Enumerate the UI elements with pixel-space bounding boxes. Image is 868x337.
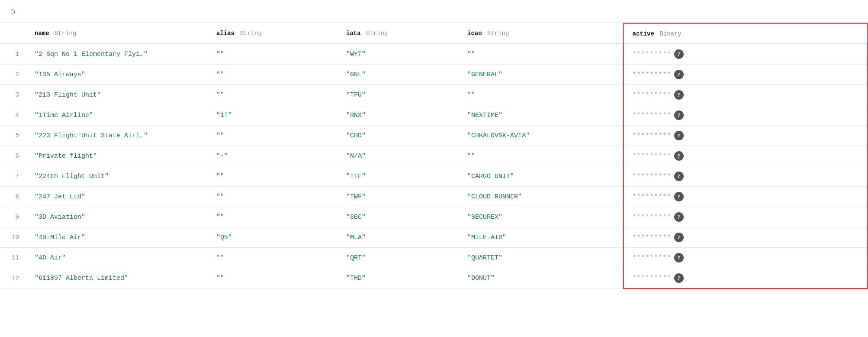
col-header-icao: icao String [459, 24, 623, 44]
cell-active: *********? [623, 166, 868, 187]
table-row[interactable]: 8"247 Jet Ltd""""TWF""CLOUD RUNNER"*****… [0, 187, 868, 207]
cell-alias: "-" [208, 146, 338, 166]
cell-alias: "" [208, 207, 338, 227]
info-icon[interactable]: ? [674, 110, 684, 120]
cell-active: *********? [623, 146, 868, 166]
cell-icao: "DONUT" [459, 268, 623, 289]
table-row[interactable]: 4"1Time Airline""1T""RNX""NEXTIME"******… [0, 105, 868, 126]
active-value: ********* [633, 234, 672, 241]
active-value: ********* [633, 132, 672, 139]
active-value: ********* [633, 91, 672, 99]
cell-name: "Private flight" [26, 146, 208, 166]
table-row[interactable]: 5"223 Flight Unit State Airl…""""CHD""CH… [0, 126, 868, 146]
cell-icao: "CARGO UNIT" [459, 166, 623, 187]
cell-alias: "" [208, 248, 338, 268]
cell-alias: "" [208, 126, 338, 146]
cell-alias: "1T" [208, 105, 338, 126]
info-icon[interactable]: ? [674, 172, 684, 181]
cell-icao: "GENERAL" [459, 65, 623, 85]
cell-name: "1Time Airline" [26, 105, 208, 126]
cell-iata: "MLA" [338, 227, 459, 248]
cell-icao: "CLOUD RUNNER" [459, 187, 623, 207]
cell-alias: "" [208, 85, 338, 105]
cell-name: "3D Aviation" [26, 207, 208, 227]
info-icon[interactable]: ? [674, 273, 684, 283]
cell-active: *********? [623, 65, 868, 85]
table-body: 1"2 Sqn No 1 Elementary Flyi…""""WYT"""*… [0, 44, 868, 289]
table-row[interactable]: 10"40-Mile Air""Q5""MLA""MILE-AIR"******… [0, 227, 868, 248]
cell-icao: "NEXTIME" [459, 105, 623, 126]
info-icon[interactable]: ? [674, 151, 684, 161]
cell-name: "213 Flight Unit" [26, 85, 208, 105]
table-row[interactable]: 1"2 Sqn No 1 Elementary Flyi…""""WYT"""*… [0, 44, 868, 65]
info-icon[interactable]: ? [674, 90, 684, 100]
row-number: 11 [0, 248, 26, 268]
row-number: 1 [0, 44, 26, 65]
row-number: 12 [0, 268, 26, 289]
active-value: ********* [633, 112, 672, 119]
active-value: ********* [633, 152, 672, 160]
cell-iata: "N/A" [338, 146, 459, 166]
airlines-table: name String alias String iata String ica… [0, 23, 868, 289]
cell-active: *********? [623, 126, 868, 146]
row-number: 3 [0, 85, 26, 105]
info-icon[interactable]: ? [674, 233, 684, 242]
cell-active: *********? [623, 207, 868, 227]
cell-alias: "" [208, 187, 338, 207]
cell-name: "224th Flight Unit" [26, 166, 208, 187]
active-value: ********* [633, 275, 672, 282]
cell-name: "4D Air" [26, 248, 208, 268]
cell-name: "611897 Alberta Limited" [26, 268, 208, 289]
cell-alias: "Q5" [208, 227, 338, 248]
info-icon[interactable]: ? [674, 70, 684, 79]
cell-name: "223 Flight Unit State Airl…" [26, 126, 208, 146]
cell-iata: "THD" [338, 268, 459, 289]
active-value: ********* [633, 71, 672, 78]
cell-name: "2 Sqn No 1 Elementary Flyi…" [26, 44, 208, 65]
active-value: ********* [633, 193, 672, 201]
col-header-name: name String [26, 24, 208, 44]
cell-iata: "TTF" [338, 166, 459, 187]
cell-alias: "" [208, 44, 338, 65]
home-icon: ⌂ [10, 7, 15, 16]
table-row[interactable]: 7"224th Flight Unit""""TTF""CARGO UNIT"*… [0, 166, 868, 187]
cell-iata: "WYT" [338, 44, 459, 65]
cell-iata: "RNX" [338, 105, 459, 126]
cell-icao: "CHKALOVSK-AVIA" [459, 126, 623, 146]
active-value: ********* [633, 254, 672, 262]
cell-active: *********? [623, 44, 868, 65]
row-number: 8 [0, 187, 26, 207]
cell-icao: "SECUREX" [459, 207, 623, 227]
cell-active: *********? [623, 105, 868, 126]
row-number: 4 [0, 105, 26, 126]
table-row[interactable]: 6"Private flight""-""N/A"""*********? [0, 146, 868, 166]
table-header-row: name String alias String iata String ica… [0, 24, 868, 44]
cell-iata: "TFU" [338, 85, 459, 105]
table-row[interactable]: 2"135 Airways""""GNL""GENERAL"*********? [0, 65, 868, 85]
airlines-table-container: ⌂ name String alias String iata String [0, 0, 868, 337]
cell-icao: "" [459, 44, 623, 65]
table-row[interactable]: 11"4D Air""""QRT""QUARTET"*********? [0, 248, 868, 268]
row-number: 10 [0, 227, 26, 248]
cell-active: *********? [623, 268, 868, 289]
info-icon[interactable]: ? [674, 192, 684, 201]
col-header-iata: iata String [338, 24, 459, 44]
table-row[interactable]: 9"3D Aviation""""SEC""SECUREX"*********? [0, 207, 868, 227]
row-number: 2 [0, 65, 26, 85]
table-row[interactable]: 12"611897 Alberta Limited""""THD""DONUT"… [0, 268, 868, 289]
col-header-alias: alias String [208, 24, 338, 44]
cell-alias: "" [208, 268, 338, 289]
cell-name: "247 Jet Ltd" [26, 187, 208, 207]
active-value: ********* [633, 214, 672, 221]
info-icon[interactable]: ? [674, 212, 684, 222]
cell-active: *********? [623, 248, 868, 268]
row-number: 7 [0, 166, 26, 187]
info-icon[interactable]: ? [674, 49, 684, 59]
info-icon[interactable]: ? [674, 253, 684, 262]
info-icon[interactable]: ? [674, 131, 684, 140]
table-row[interactable]: 3"213 Flight Unit""""TFU"""*********? [0, 85, 868, 105]
cell-iata: "TWF" [338, 187, 459, 207]
cell-iata: "GNL" [338, 65, 459, 85]
cell-active: *********? [623, 187, 868, 207]
table-title: ⌂ [0, 0, 868, 23]
